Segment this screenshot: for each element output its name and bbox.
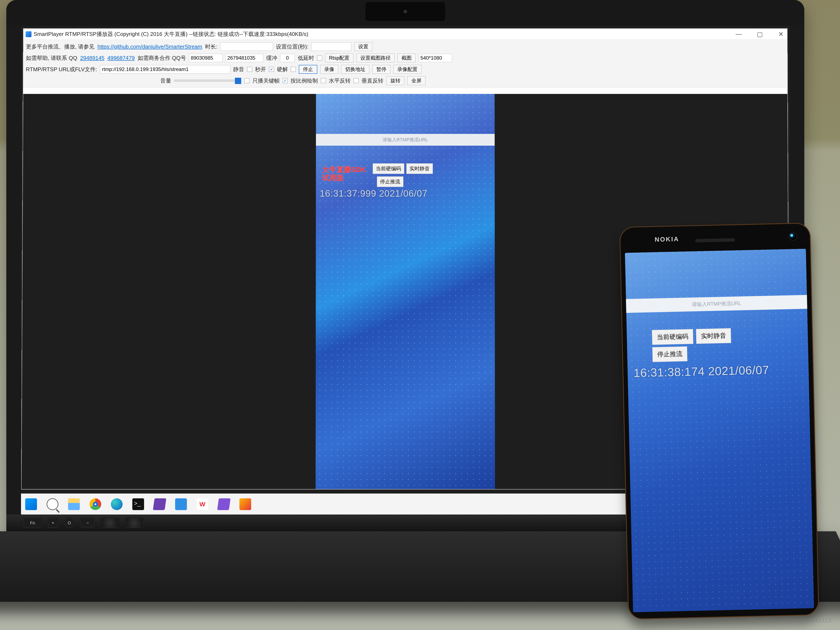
set-capture-path-button[interactable]: 设置截图路径: [356, 54, 395, 62]
image-watermark: https://blog.csdn.net/renhui1112: [748, 617, 832, 624]
app-misc-icon[interactable]: [239, 498, 251, 510]
window-titlebar[interactable]: SmartPlayer RTMP/RTSP播放器 (Copyright (C) …: [24, 29, 787, 40]
url-label: RTMP/RTSP URL或FLV文件:: [26, 66, 97, 73]
instant-label: 秒开: [255, 66, 266, 73]
wm-line1: 大牛直播SDK: [322, 166, 366, 174]
hflip-label: 水平反转: [329, 77, 351, 84]
vflip-checkbox[interactable]: [354, 78, 359, 83]
start-icon[interactable]: [25, 498, 37, 510]
biz-qq2-input[interactable]: [225, 54, 263, 62]
sdk-watermark: 大牛直播SDK 试用版: [322, 166, 366, 182]
switch-url-button[interactable]: 切换地址: [341, 65, 369, 74]
window-title: SmartPlayer RTMP/RTSP播放器 (Copyright (C) …: [33, 30, 308, 38]
mute-checkbox[interactable]: [247, 67, 252, 72]
phone-url-hint[interactable]: 请输入RTMP推流URL: [626, 295, 807, 313]
hw-checkbox[interactable]: [291, 67, 296, 72]
phone-screen[interactable]: 请输入RTMP推流URL 当前硬编码 实时静音 停止推流 16:31:38:17…: [625, 249, 814, 612]
volume-thumb[interactable]: [235, 78, 241, 84]
more-platforms-label: 更多平台推流、播放, 请参见: [26, 43, 95, 51]
setpos-input[interactable]: [311, 43, 351, 51]
rtsp-config-button[interactable]: Rtsp配置: [325, 54, 353, 62]
phone-stop-button[interactable]: 停止推流: [652, 346, 688, 362]
vflip-label: 垂直反转: [362, 77, 384, 84]
app-icon: [25, 31, 32, 37]
hw-label: 硬解: [277, 66, 288, 73]
biz-label: 如需商务合作 QQ号: [137, 54, 186, 62]
mute-label: 静音: [233, 66, 244, 73]
help-label: 如需帮助, 请联系 QQ: [26, 54, 77, 62]
stream-stop-button[interactable]: 停止推流: [377, 177, 403, 187]
record-button[interactable]: 录像: [320, 65, 338, 74]
lowlat-checkbox[interactable]: [317, 55, 322, 60]
keyframe-checkbox[interactable]: [245, 78, 249, 83]
video-stream: 请输入RTMP推流URL 大牛直播SDK 试用版 当前硬编码 实时静音 停止推流…: [316, 94, 495, 489]
resolution-input[interactable]: [418, 54, 452, 62]
qq1-link[interactable]: 29489145: [80, 55, 104, 61]
wps-icon[interactable]: W: [197, 498, 208, 510]
key-o: O: [64, 518, 75, 528]
minimize-button[interactable]: —: [734, 30, 743, 38]
rotate-button[interactable]: 旋转: [387, 76, 404, 85]
terminal-icon[interactable]: [132, 498, 144, 510]
hflip-checkbox[interactable]: [321, 78, 326, 83]
close-button[interactable]: ✕: [777, 30, 785, 38]
window-controls: — ▢ ✕: [734, 30, 785, 38]
github-link[interactable]: https://github.com/daniulive/SmarterStre…: [98, 43, 202, 50]
toolbar: 更多平台推流、播放, 请参见 https://github.com/daniul…: [23, 40, 787, 88]
instant-checkbox[interactable]: [269, 67, 274, 72]
stream-url-hint: 请输入RTMP推流URL: [316, 134, 494, 146]
key-plus: +: [47, 518, 58, 528]
file-explorer-icon[interactable]: [68, 498, 80, 510]
ratio-label: 按比例绘制: [291, 77, 318, 84]
phone-hw-button[interactable]: 当前硬编码: [652, 329, 693, 345]
stop-button[interactable]: 停止: [299, 65, 317, 74]
phone-brand: NOKIA: [655, 235, 679, 243]
mail-icon[interactable]: [175, 498, 187, 510]
phone-timestamp: 16:31:38:174 2021/06/07: [633, 363, 769, 380]
fullscreen-button[interactable]: 全屏: [407, 76, 425, 85]
stream-mute-button[interactable]: 实时静音: [406, 163, 433, 174]
key-fn-indicator-icon: [100, 518, 119, 528]
set-button[interactable]: 设置: [354, 42, 372, 51]
capture-button[interactable]: 截图: [398, 54, 415, 62]
record-config-button[interactable]: 录像配置: [393, 65, 422, 74]
webcam-notch: [365, 2, 445, 21]
key-fn-indicator2-icon: [125, 518, 144, 528]
key-tilde: ~: [80, 518, 95, 528]
edge-icon[interactable]: [111, 498, 123, 510]
webcam-lens-icon: [403, 9, 408, 14]
toolbar-row-3: RTMP/RTSP URL或FLV文件: 静音 秒开 硬解 停止 录像 切换地址…: [26, 64, 785, 75]
buffer-label: 缓冲: [266, 54, 277, 62]
laptop-bezel: [6, 0, 804, 25]
duration-input[interactable]: [221, 43, 273, 51]
volume-slider[interactable]: [174, 80, 241, 82]
chrome-icon[interactable]: [90, 498, 101, 510]
buffer-input[interactable]: [280, 54, 295, 62]
biz-qq1-input[interactable]: [189, 54, 223, 62]
phone-frame: NOKIA 请输入RTMP推流URL 当前硬编码 实时静音 停止推流 16:31…: [619, 223, 819, 619]
search-icon[interactable]: [47, 498, 58, 510]
pause-button[interactable]: 暂停: [372, 65, 390, 74]
phone-top-bezel: NOKIA: [620, 223, 810, 253]
lowlat-label: 低延时: [298, 54, 314, 62]
phone-mute-button[interactable]: 实时静音: [696, 328, 731, 344]
key-fn: Fn: [23, 518, 42, 528]
visual-studio-icon[interactable]: [153, 498, 166, 510]
volume-label: 音量: [160, 77, 171, 84]
stream-timestamp: 16:31:37:999 2021/06/07: [320, 188, 427, 199]
wm-line2: 试用版: [322, 174, 344, 182]
maximize-button[interactable]: ▢: [756, 30, 764, 38]
stream-url-input[interactable]: [100, 65, 230, 74]
visual-studio-alt-icon[interactable]: [217, 498, 231, 510]
ratio-checkbox[interactable]: [283, 78, 288, 83]
qq2-link[interactable]: 499687479: [107, 55, 134, 61]
front-camera-icon: [788, 232, 797, 241]
stream-hw-button[interactable]: 当前硬编码: [373, 163, 404, 174]
toolbar-row-1: 更多平台推流、播放, 请参见 https://github.com/daniul…: [26, 41, 785, 52]
setpos-label: 设置位置(秒):: [276, 43, 308, 51]
duration-label: 时长:: [205, 43, 218, 51]
toolbar-row-4: 音量 只播关键帧 按比例绘制 水平反转 垂直反转 旋转 全屏: [26, 75, 785, 86]
keyframe-label: 只播关键帧: [253, 77, 280, 84]
toolbar-row-2: 如需帮助, 请联系 QQ 29489145 499687479 如需商务合作 Q…: [26, 52, 785, 64]
earpiece-icon: [695, 238, 735, 242]
